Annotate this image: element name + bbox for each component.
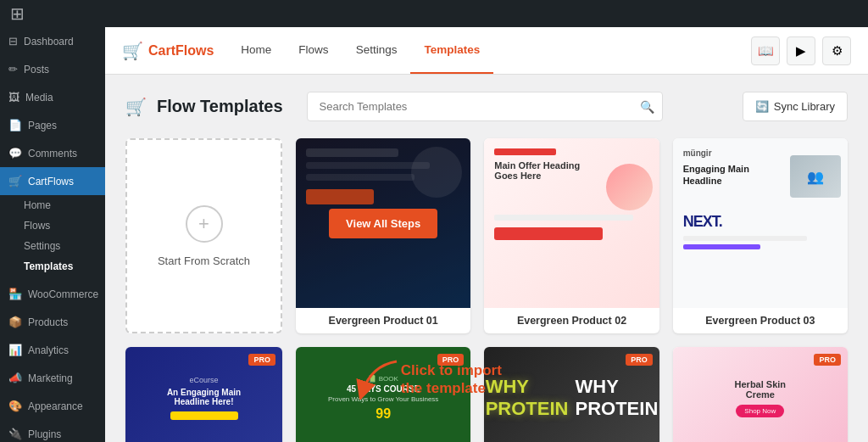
search-icon: 🔍 <box>640 100 654 114</box>
template-card-6[interactable]: PRO WHYPROTEIN WHYPROTEIN <box>484 347 659 442</box>
template-card-1[interactable]: View All Steps Evergreen Product 01 <box>296 138 470 333</box>
scratch-label: Start From Scratch <box>158 255 250 267</box>
sync-library-button[interactable]: 🔄 Sync Library <box>743 92 848 121</box>
sidebar-item-woocommerce[interactable]: 🏪 WooCommerce <box>0 280 105 308</box>
sidebar-sub-flows[interactable]: Flows <box>0 215 105 236</box>
marketing-icon: 📣 <box>8 372 22 384</box>
sidebar: ⊟ Dashboard ✏ Posts 🖼 Media 📄 Pages 💬 Co… <box>0 27 105 442</box>
scratch-plus-icon: + <box>186 205 223 243</box>
book-icon-btn[interactable]: 📖 <box>751 36 780 65</box>
page-title: Flow Templates <box>157 97 283 116</box>
analytics-icon: 📊 <box>8 344 22 356</box>
sync-icon: 🔄 <box>755 100 769 113</box>
posts-icon: ✏ <box>8 63 18 76</box>
template-card-7[interactable]: PRO Herbal SkinCreme Shop Now <box>673 347 848 442</box>
wp-logo-icon: ⊞ <box>10 3 25 24</box>
card1-overlay: View All Steps <box>296 138 470 308</box>
products-icon: 📦 <box>8 316 22 328</box>
sidebar-sub-home[interactable]: Home <box>0 195 105 215</box>
scratch-card[interactable]: + Start From Scratch <box>125 138 282 333</box>
sidebar-item-posts[interactable]: ✏ Posts <box>0 55 105 83</box>
template-footer-3: Evergreen Product 03 <box>673 308 848 333</box>
pro-badge-6: PRO <box>626 354 653 366</box>
pro-badge-7: PRO <box>814 354 841 366</box>
tab-templates[interactable]: Templates <box>410 27 493 74</box>
media-icon: 🖼 <box>8 91 19 104</box>
sidebar-item-comments[interactable]: 💬 Comments <box>0 139 105 167</box>
template-img-3: müngir Engaging MainHeadline 👥 NEXT. <box>673 138 848 308</box>
tab-home[interactable]: Home <box>227 27 285 74</box>
page-header: 🛒 Flow Templates 🔍 🔄 Sync Library <box>125 92 848 121</box>
search-input[interactable] <box>307 92 663 121</box>
cartflows-icon: 🛒 <box>8 175 22 187</box>
sidebar-item-pages[interactable]: 📄 Pages <box>0 111 105 139</box>
appearance-icon: 🎨 <box>8 400 22 412</box>
pro-badge-4: PRO <box>248 354 275 366</box>
sidebar-item-marketing[interactable]: 📣 Marketing <box>0 364 105 392</box>
dashboard-icon: ⊟ <box>8 35 18 48</box>
template-grid-row1: + Start From Scratch <box>125 138 848 333</box>
cartflows-logo[interactable]: 🛒 CartFlows <box>122 41 214 61</box>
cartflows-logo-icon: 🛒 <box>122 41 143 61</box>
tab-flows[interactable]: Flows <box>285 27 342 74</box>
flow-templates-icon: 🛒 <box>125 97 147 117</box>
topnav-right-icons: 📖 ▶ ⚙ <box>751 36 851 65</box>
top-nav: 🛒 CartFlows Home Flows Settings Template… <box>105 27 868 75</box>
template-card-2[interactable]: Main Offer HeadingGoes Here Evergreen Pr… <box>484 138 659 333</box>
view-all-steps-button[interactable]: View All Steps <box>329 209 437 238</box>
sidebar-item-cartflows[interactable]: 🛒 CartFlows <box>0 167 105 195</box>
sidebar-item-media[interactable]: 🖼 Media <box>0 83 105 111</box>
template-footer-1: Evergreen Product 01 <box>296 308 470 333</box>
plugins-icon: 🔌 <box>8 428 22 440</box>
woocommerce-icon: 🏪 <box>8 288 22 300</box>
sidebar-sub-templates[interactable]: Templates <box>0 256 105 277</box>
main-content: 🛒 CartFlows Home Flows Settings Template… <box>105 27 868 442</box>
sidebar-item-plugins[interactable]: 🔌 Plugins <box>0 420 105 442</box>
sidebar-item-analytics[interactable]: 📊 Analytics <box>0 336 105 364</box>
arrow-svg <box>354 357 405 400</box>
pages-icon: 📄 <box>8 119 22 131</box>
video-icon-btn[interactable]: ▶ <box>787 36 815 65</box>
template-footer-2: Evergreen Product 02 <box>484 308 659 333</box>
top-nav-items: Home Flows Settings Templates <box>227 27 493 74</box>
template-card-4[interactable]: PRO eCourse An Engaging MainHeadline Her… <box>125 347 282 442</box>
sidebar-item-appearance[interactable]: 🎨 Appearance <box>0 392 105 420</box>
sidebar-item-dashboard[interactable]: ⊟ Dashboard <box>0 27 105 55</box>
page-content: 🛒 Flow Templates 🔍 🔄 Sync Library + Star… <box>105 75 868 442</box>
cartflows-logo-text: CartFlows <box>148 43 214 59</box>
settings-icon-btn[interactable]: ⚙ <box>822 36 851 65</box>
sidebar-sub-settings[interactable]: Settings <box>0 236 105 256</box>
tab-settings[interactable]: Settings <box>342 27 411 74</box>
search-container: 🔍 <box>307 92 663 121</box>
sidebar-item-products[interactable]: 📦 Products <box>0 308 105 336</box>
click-annotation: Click to importthe template <box>401 361 502 398</box>
template-card-3[interactable]: müngir Engaging MainHeadline 👥 NEXT. Eve… <box>673 138 848 333</box>
annotation-text: Click to importthe template <box>401 361 502 398</box>
comments-icon: 💬 <box>8 147 22 159</box>
template-img-2: Main Offer HeadingGoes Here <box>484 138 659 308</box>
template-img-1: View All Steps <box>296 138 470 308</box>
